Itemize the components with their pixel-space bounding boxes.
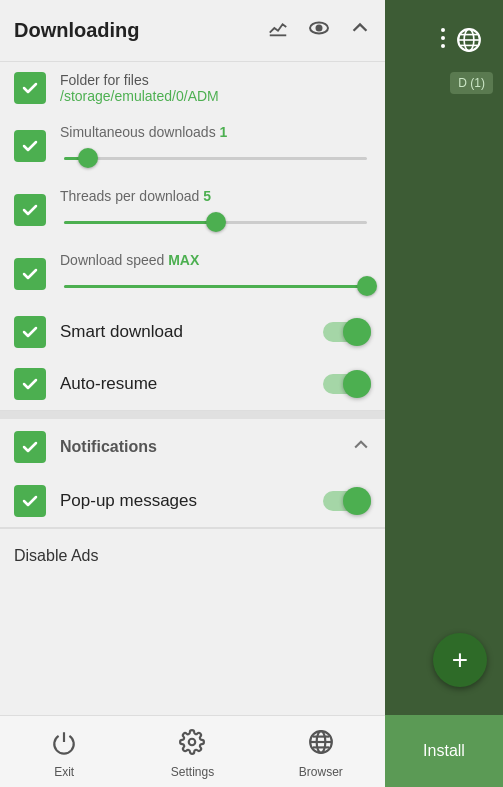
threads-content: Threads per download 5 [60, 188, 371, 232]
browser-label: Browser [299, 765, 343, 779]
simultaneous-label: Simultaneous downloads 1 [60, 124, 371, 140]
nav-settings[interactable]: Settings [152, 729, 232, 779]
smart-download-checkbox[interactable] [14, 316, 46, 348]
popup-messages-row: Pop-up messages [0, 475, 385, 528]
chart-icon[interactable] [267, 17, 289, 44]
notifications-header-row: Notifications [0, 419, 385, 475]
threads-checkbox[interactable] [14, 194, 46, 226]
power-icon [51, 729, 77, 761]
disable-ads-row[interactable]: Disable Ads [0, 528, 385, 583]
auto-resume-checkbox[interactable] [14, 368, 46, 400]
header: Downloading [0, 0, 385, 62]
folder-row[interactable]: Folder for files /storage/emulated/0/ADM [0, 62, 385, 114]
content-area: Folder for files /storage/emulated/0/ADM… [0, 62, 385, 715]
settings-icon [179, 729, 205, 761]
speed-content: Download speed MAX [60, 252, 371, 296]
toggle-thumb [343, 370, 371, 398]
smart-download-label: Smart download [60, 322, 323, 342]
notifications-collapse-icon[interactable] [351, 435, 371, 460]
notifications-label: Notifications [60, 438, 351, 456]
install-button[interactable]: Install [385, 715, 503, 787]
popup-messages-toggle[interactable] [323, 487, 371, 515]
page-title: Downloading [14, 19, 267, 42]
right-panel: D (1) + Install [383, 0, 503, 787]
folder-checkbox[interactable] [14, 72, 46, 104]
simultaneous-slider[interactable] [64, 148, 367, 168]
smart-download-toggle[interactable] [323, 318, 371, 346]
more-options-icon[interactable] [437, 24, 449, 52]
simultaneous-row: Simultaneous downloads 1 [0, 114, 385, 178]
nav-browser[interactable]: Browser [281, 729, 361, 779]
popup-messages-label: Pop-up messages [60, 491, 323, 511]
speed-checkbox[interactable] [14, 258, 46, 290]
toggle-thumb [343, 487, 371, 515]
slider-thumb[interactable] [357, 276, 377, 296]
speed-row: Download speed MAX [0, 242, 385, 306]
collapse-up-icon[interactable] [349, 17, 371, 44]
svg-point-7 [317, 26, 322, 31]
browser-icon [308, 729, 334, 761]
auto-resume-label: Auto-resume [60, 374, 323, 394]
bottom-nav: Exit Settings Browser [0, 715, 385, 787]
speed-label: Download speed MAX [60, 252, 371, 268]
notification-badge: D (1) [450, 72, 493, 94]
folder-info: Folder for files /storage/emulated/0/ADM [60, 72, 219, 104]
settings-label: Settings [171, 765, 214, 779]
nav-exit[interactable]: Exit [24, 729, 104, 779]
fab-add-button[interactable]: + [433, 633, 487, 687]
folder-label: Folder for files [60, 72, 219, 88]
threads-label: Threads per download 5 [60, 188, 371, 204]
notifications-checkbox[interactable] [14, 431, 46, 463]
slider-thumb[interactable] [78, 148, 98, 168]
threads-row: Threads per download 5 [0, 178, 385, 242]
simultaneous-checkbox[interactable] [14, 130, 46, 162]
slider-thumb[interactable] [206, 212, 226, 232]
slider-track [64, 157, 367, 160]
toggle-thumb [343, 318, 371, 346]
smart-download-row: Smart download [0, 306, 385, 358]
eye-icon[interactable] [307, 16, 331, 45]
svg-point-8 [189, 738, 196, 745]
popup-messages-checkbox[interactable] [14, 485, 46, 517]
slider-fill [64, 221, 216, 224]
section-divider [0, 411, 385, 419]
disable-ads-label: Disable Ads [14, 547, 99, 564]
speed-slider[interactable] [64, 276, 367, 296]
simultaneous-content: Simultaneous downloads 1 [60, 124, 371, 168]
threads-slider[interactable] [64, 212, 367, 232]
auto-resume-toggle[interactable] [323, 370, 371, 398]
slider-fill [64, 285, 367, 288]
header-icons [267, 16, 371, 45]
auto-resume-row: Auto-resume [0, 358, 385, 411]
folder-path: /storage/emulated/0/ADM [60, 88, 219, 104]
main-panel: Downloading [0, 0, 385, 787]
globe-icon[interactable] [451, 22, 487, 58]
exit-label: Exit [54, 765, 74, 779]
